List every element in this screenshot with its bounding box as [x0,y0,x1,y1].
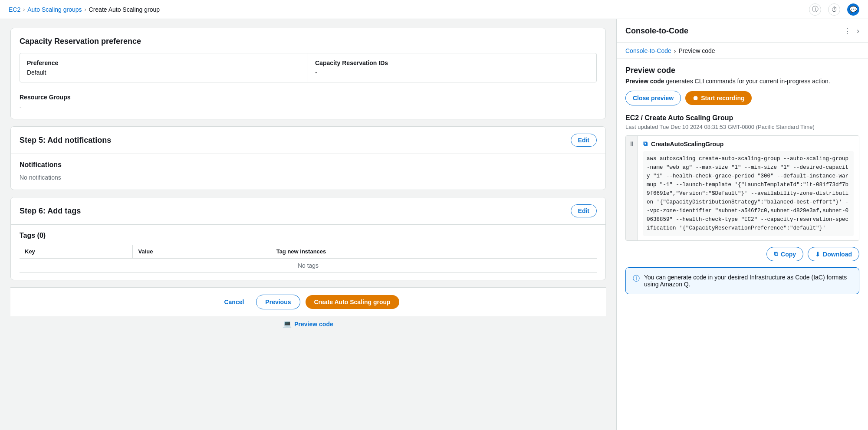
step6-body: Tags (0) Key Value Tag new instances No … [11,225,605,280]
info-icon-button[interactable]: ⓘ [809,3,821,16]
code-section-time: Last updated Tue Dec 10 2024 08:31:53 GM… [625,124,859,130]
code-block-inner: ⧉ CreateAutoScalingGroup aws autoscaling… [638,136,859,240]
iac-info-box: ⓘ You can generate code in your desired … [625,267,859,294]
preference-cell: Preference Default [20,53,308,82]
preview-code-icon: 💻 [283,320,292,328]
panel-section-title: Preview code [625,66,859,75]
panel-breadcrumb-sep: › [674,47,676,54]
table-row-no-tags: No tags [20,259,597,273]
command-name-text: CreateAutoScalingGroup [651,141,723,148]
panel-desc-rest: generates CLI commands for your current … [664,78,830,85]
code-sidebar: ⏸ [626,136,638,240]
panel-more-options-button[interactable]: ⋮ [844,26,852,36]
step6-edit-button[interactable]: Edit [571,204,597,217]
panel-breadcrumb-current: Preview code [679,47,715,54]
panel-description: Preview code generates CLI commands for … [625,78,859,85]
resource-groups-section: Resource Groups - [20,88,597,110]
col-tag-new: Tag new instances [271,245,597,259]
panel-title: Console-to-Code [625,26,688,36]
top-nav-icons: ⓘ ⏱ 💬 [809,3,859,16]
close-preview-button[interactable]: Close preview [625,91,681,105]
preview-code-label: Preview code [294,321,333,328]
code-block-container: ⏸ ⧉ CreateAutoScalingGroup aws autoscali… [625,135,859,241]
code-section-title: EC2 / Create Auto Scaling Group [625,114,859,122]
panel-buttons: Close preview ⏺ Start recording [625,91,859,105]
col-key: Key [20,245,133,259]
notifications-title: Notifications [20,161,597,169]
step5-card: Step 5: Add notifications Edit Notificat… [10,126,606,190]
panel-expand-button[interactable]: › [857,26,859,36]
panel-desc-bold: Preview code [625,78,664,85]
breadcrumb: EC2 › Auto Scaling groups › Create Auto … [9,6,160,13]
preview-code-container: 💻 Preview code [10,320,606,335]
previous-button[interactable]: Previous [256,295,300,309]
capacity-reservation-title: Capacity Reservation preference [20,37,597,46]
main-layout: Capacity Reservation preference Preferen… [0,19,868,430]
info-circle-icon: ⓘ [633,274,640,283]
step5-title: Step 5: Add notifications [20,136,111,145]
tags-table: Key Value Tag new instances No tags [20,245,597,273]
capacity-reservation-grid: Preference Default Capacity Reservation … [20,53,597,82]
recording-icon: ⏺ [692,95,698,102]
copy-icon-inline[interactable]: ⧉ [643,140,648,148]
code-command-name: ⧉ CreateAutoScalingGroup [643,140,854,148]
cancel-button[interactable]: Cancel [217,295,251,309]
code-text: aws autoscaling create-auto-scaling-grou… [643,151,854,236]
preview-code-link[interactable]: 💻 Preview code [10,320,606,328]
panel-body: Preview code Preview code generates CLI … [617,59,868,430]
iac-info-text: You can generate code in your desired In… [644,274,852,288]
start-recording-label: Start recording [701,95,744,102]
download-button[interactable]: ⬇ Download [808,247,859,261]
step5-body: Notifications No notifications [11,154,605,190]
copy-button[interactable]: ⧉ Copy [766,247,803,261]
download-icon: ⬇ [815,251,820,258]
step6-title: Step 6: Add tags [20,207,81,216]
step5-edit-button[interactable]: Edit [571,134,597,147]
chat-icon-button[interactable]: 💬 [847,3,859,16]
tags-header: Tags (0) [20,232,597,240]
breadcrumb-ec2[interactable]: EC2 [9,6,20,13]
copy-action-icon: ⧉ [774,250,778,258]
pause-icon[interactable]: ⏸ [629,140,635,147]
panel-header-icons: ⋮ › [844,26,859,36]
action-bar: Cancel Previous Create Auto Scaling grou… [10,287,606,316]
code-actions: ⧉ Copy ⬇ Download [625,247,859,261]
preference-value: Default [27,69,301,76]
preference-label: Preference [27,59,301,66]
create-asg-button[interactable]: Create Auto Scaling group [306,295,399,309]
breadcrumb-asg[interactable]: Auto Scaling groups [27,6,82,13]
top-nav: EC2 › Auto Scaling groups › Create Auto … [0,0,868,19]
breadcrumb-sep-2: › [85,7,86,13]
step6-header: Step 6: Add tags Edit [11,197,605,225]
breadcrumb-current: Create Auto Scaling group [89,6,160,13]
no-tags-text: No tags [20,259,597,273]
resource-groups-value: - [20,103,590,110]
breadcrumb-sep-1: › [23,7,25,13]
no-notifications: No notifications [20,172,597,183]
start-recording-button[interactable]: ⏺ Start recording [685,91,751,105]
step5-header: Step 5: Add notifications Edit [11,127,605,154]
col-value: Value [133,245,271,259]
panel-breadcrumb-link[interactable]: Console-to-Code [625,47,671,54]
download-label: Download [823,251,852,258]
tags-title-text: Tags [20,232,35,239]
panel-breadcrumb: Console-to-Code › Preview code [617,43,868,59]
reservation-ids-value: - [315,69,589,76]
left-content: Capacity Reservation preference Preferen… [0,19,616,430]
step6-card: Step 6: Add tags Edit Tags (0) Key Value… [10,197,606,280]
tags-count: (0) [37,232,46,239]
reservation-ids-label: Capacity Reservation IDs [315,59,589,66]
history-icon-button[interactable]: ⏱ [828,3,840,16]
capacity-reservation-card: Capacity Reservation preference Preferen… [10,28,606,119]
console-to-code-panel: Console-to-Code ⋮ › Console-to-Code › Pr… [616,19,868,430]
resource-groups-label: Resource Groups [20,94,590,101]
panel-header: Console-to-Code ⋮ › [617,19,868,43]
copy-label: Copy [781,251,796,258]
reservation-ids-cell: Capacity Reservation IDs - [308,53,596,82]
